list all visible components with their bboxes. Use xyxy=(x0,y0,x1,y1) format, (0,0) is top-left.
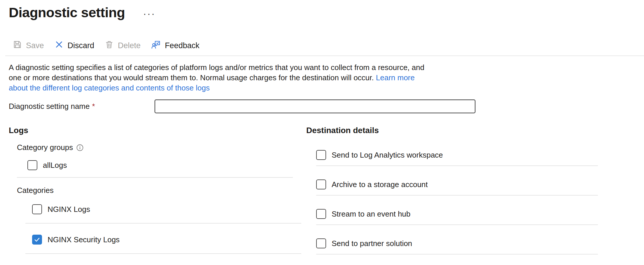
nginx-security-logs-checkbox[interactable] xyxy=(32,235,42,245)
partner-solution-label[interactable]: Send to partner solution xyxy=(332,239,412,248)
destination-details-section: Destination details Send to Log Analytic… xyxy=(306,125,598,254)
name-field-label-text: Diagnostic setting name xyxy=(9,102,90,111)
discard-button[interactable]: Discard xyxy=(55,40,94,51)
log-analytics-checkbox[interactable] xyxy=(316,150,326,160)
name-field-row: Diagnostic setting name* xyxy=(9,100,644,113)
discard-icon xyxy=(55,40,64,51)
save-icon xyxy=(13,40,22,51)
divider xyxy=(25,253,301,254)
nginx-logs-label[interactable]: NGINX Logs xyxy=(48,205,90,214)
feedback-icon xyxy=(151,40,161,51)
alllogs-label[interactable]: allLogs xyxy=(43,161,67,170)
divider xyxy=(316,254,598,254)
checkbox-row-nginx-security-logs[interactable]: NGINX Security Logs xyxy=(32,234,301,245)
feedback-button-label: Feedback xyxy=(165,41,200,50)
checkbox-row-event-hub[interactable]: Stream to an event hub xyxy=(316,208,598,219)
settings-columns: Logs Category groups allLogs Ca xyxy=(9,125,644,254)
nginx-security-logs-label[interactable]: NGINX Security Logs xyxy=(48,235,120,244)
event-hub-checkbox[interactable] xyxy=(316,209,326,219)
storage-account-label[interactable]: Archive to a storage account xyxy=(332,180,428,189)
checkbox-row-storage-account[interactable]: Archive to a storage account xyxy=(316,179,598,190)
partner-solution-checkbox[interactable] xyxy=(316,238,326,248)
diagnostic-setting-name-input[interactable] xyxy=(155,100,475,113)
info-icon[interactable] xyxy=(76,144,84,151)
diagnostic-setting-page: Diagnostic setting ··· Save Discard xyxy=(0,0,644,265)
divider xyxy=(316,195,598,196)
toolbar-divider xyxy=(5,55,644,56)
event-hub-label[interactable]: Stream to an event hub xyxy=(332,210,410,219)
delete-icon xyxy=(105,40,114,51)
overflow-menu-button[interactable]: ··· xyxy=(142,9,157,18)
page-title: Diagnostic setting xyxy=(9,4,125,21)
nginx-logs-checkbox[interactable] xyxy=(32,204,42,214)
feedback-button[interactable]: Feedback xyxy=(151,40,200,51)
log-analytics-label[interactable]: Send to Log Analytics workspace xyxy=(332,151,443,160)
save-button-label: Save xyxy=(26,41,44,50)
checkbox-row-partner-solution[interactable]: Send to partner solution xyxy=(316,238,598,249)
logs-heading: Logs xyxy=(9,125,301,135)
divider xyxy=(316,224,598,225)
name-field-label: Diagnostic setting name* xyxy=(9,102,155,111)
logs-section: Logs Category groups allLogs Ca xyxy=(9,125,301,254)
divider xyxy=(316,165,598,166)
delete-button[interactable]: Delete xyxy=(105,40,141,51)
checkbox-row-nginx-logs[interactable]: NGINX Logs xyxy=(32,204,301,215)
title-row: Diagnostic setting ··· xyxy=(9,4,644,21)
checkbox-row-alllogs[interactable]: allLogs xyxy=(27,160,301,171)
categories-label: Categories xyxy=(17,186,301,195)
checkbox-row-log-analytics[interactable]: Send to Log Analytics workspace xyxy=(316,149,598,161)
divider xyxy=(17,177,293,178)
category-groups-label: Category groups xyxy=(17,143,73,152)
required-asterisk: * xyxy=(92,102,95,111)
alllogs-checkbox[interactable] xyxy=(27,160,37,170)
discard-button-label: Discard xyxy=(68,41,94,50)
command-bar: Save Discard Delete xyxy=(13,39,644,52)
destination-details-heading: Destination details xyxy=(306,125,598,135)
divider xyxy=(25,223,301,224)
description-text: A diagnostic setting specifies a list of… xyxy=(9,62,433,93)
category-groups-row: Category groups xyxy=(17,143,301,152)
save-button[interactable]: Save xyxy=(13,40,44,51)
delete-button-label: Delete xyxy=(118,41,141,50)
storage-account-checkbox[interactable] xyxy=(316,179,326,189)
description-body: A diagnostic setting specifies a list of… xyxy=(9,63,424,82)
